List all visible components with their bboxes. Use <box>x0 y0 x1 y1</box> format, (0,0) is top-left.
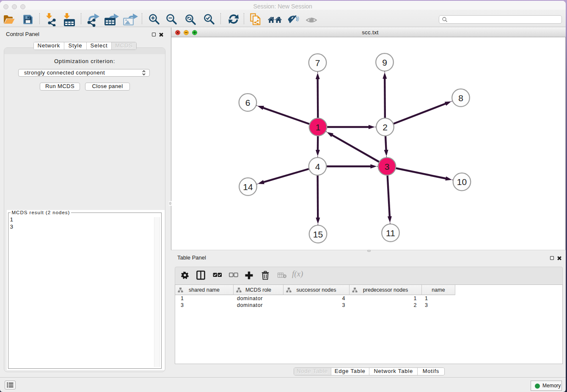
svg-text:10: 10 <box>457 177 466 187</box>
svg-text:11: 11 <box>386 228 395 238</box>
svg-text:15: 15 <box>313 229 322 239</box>
svg-text:14: 14 <box>243 182 253 192</box>
svg-text:8: 8 <box>458 93 463 103</box>
svg-text:2: 2 <box>383 122 388 132</box>
svg-text:4: 4 <box>315 162 320 171</box>
svg-text:9: 9 <box>382 58 387 67</box>
svg-text:6: 6 <box>245 98 250 108</box>
svg-text:7: 7 <box>315 58 320 68</box>
svg-text:1: 1 <box>315 122 320 132</box>
svg-text:3: 3 <box>384 162 389 171</box>
